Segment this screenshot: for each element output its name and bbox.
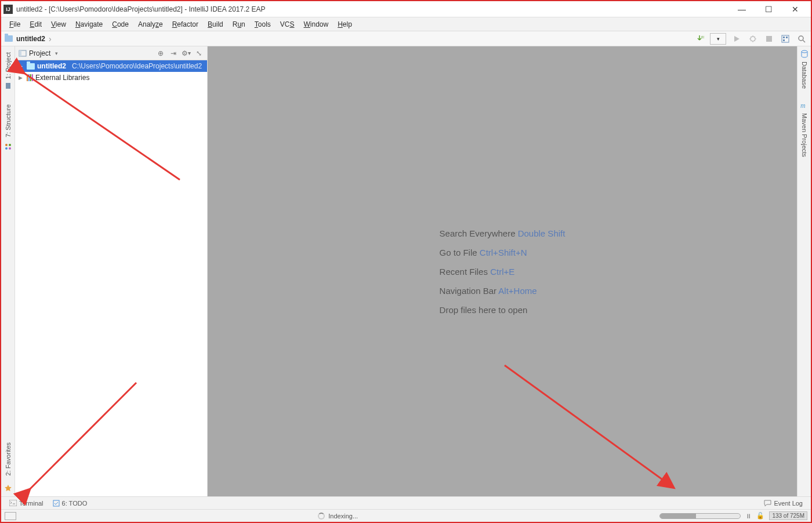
menu-file[interactable]: File: [5, 19, 25, 30]
menu-build[interactable]: Build: [203, 19, 228, 30]
tool-todo-label: 6: TODO: [62, 500, 88, 507]
svg-point-15: [802, 50, 807, 53]
tool-todo[interactable]: 6: TODO: [48, 500, 92, 507]
todo-icon: [53, 500, 60, 507]
svg-point-7: [799, 36, 803, 41]
menu-tools[interactable]: Tools: [250, 19, 276, 30]
hint-label: Go to File: [440, 248, 477, 257]
hint-row: Search Everywhere Double Shift: [440, 228, 566, 238]
memory-indicator[interactable]: 133 of 725M: [769, 511, 807, 520]
menu-code[interactable]: Code: [107, 19, 133, 30]
terminal-icon: [9, 500, 17, 506]
database-icon: [800, 50, 809, 58]
menu-view[interactable]: View: [46, 19, 71, 30]
editor-placeholder[interactable]: Search Everywhere Double Shift Go to Fil…: [208, 46, 797, 496]
expand-arrow-icon[interactable]: ▶: [19, 75, 24, 81]
hint-row: Drop files here to open: [440, 305, 566, 315]
debug-icon[interactable]: [747, 33, 759, 45]
svg-rect-4: [783, 37, 785, 38]
menu-navigate[interactable]: Navigate: [71, 19, 107, 30]
progress-fill: [660, 514, 696, 518]
tree-root[interactable]: ▶ untitled2 C:\Users\Pomodoro\IdeaProjec…: [15, 60, 207, 72]
chevron-right-icon: ›: [49, 34, 52, 43]
bottom-tool-bar: Terminal 6: TODO Event Log: [1, 496, 811, 509]
svg-point-12: [9, 147, 11, 150]
toggle-toolwindows-icon[interactable]: [5, 512, 16, 520]
hint-label: Recent Files: [440, 267, 488, 277]
tool-event-log[interactable]: Event Log: [759, 500, 807, 507]
tool-structure[interactable]: 7: Structure: [5, 101, 12, 141]
project-tree[interactable]: ▶ untitled2 C:\Users\Pomodoro\IdeaProjec…: [15, 60, 207, 496]
hint-row: Navigation Bar Alt+Home: [440, 286, 566, 296]
tree-root-path: C:\Users\Pomodoro\IdeaProjects\untitled2: [72, 62, 202, 70]
menu-edit[interactable]: Edit: [25, 19, 46, 30]
left-tool-strip: 1: Project 7: Structure 2: Favorites: [1, 46, 15, 496]
lock-icon[interactable]: 🔓: [756, 512, 764, 520]
locate-icon[interactable]: ⊕: [156, 49, 165, 57]
bookmark-icon: [5, 82, 12, 89]
tool-database[interactable]: Database: [801, 58, 808, 92]
svg-point-10: [9, 144, 11, 146]
progress-bar: [659, 513, 741, 519]
window-title: untitled2 - [C:\Users\Pomodoro\IdeaProje…: [16, 5, 728, 13]
tree-external-libraries-label: External Libraries: [35, 74, 89, 82]
right-tool-strip: Database m Maven Projects: [797, 46, 811, 496]
navigation-bar: untitled2 › 01 ▾: [1, 31, 811, 46]
breadcrumb-root[interactable]: untitled2: [14, 35, 48, 43]
close-button[interactable]: ✕: [782, 1, 809, 17]
library-icon: [27, 74, 33, 81]
minimize-button[interactable]: —: [728, 1, 755, 17]
tool-favorites[interactable]: 2: Favorites: [5, 439, 12, 479]
menu-run[interactable]: Run: [228, 19, 250, 30]
pause-icon[interactable]: ⏸: [745, 513, 752, 520]
tool-project[interactable]: 1: Project: [5, 49, 12, 82]
menu-vcs[interactable]: VCS: [276, 19, 299, 30]
hint-row: Go to File Ctrl+Shift+N: [440, 248, 566, 257]
status-task: Indexing...: [328, 513, 358, 520]
menu-window[interactable]: Window: [299, 19, 333, 30]
svg-text:01: 01: [701, 35, 704, 39]
project-panel-header: Project ▾ ⊕ ⇥ ⚙▾ ⤡: [15, 46, 207, 60]
folder-icon: [5, 35, 13, 42]
svg-rect-2: [766, 36, 772, 42]
structure-icon: [5, 143, 12, 150]
expand-arrow-icon[interactable]: ▶: [19, 63, 24, 69]
menu-help[interactable]: Help: [333, 19, 357, 30]
svg-rect-6: [783, 39, 785, 41]
window-buttons: — ☐ ✕: [728, 1, 809, 17]
collapse-icon[interactable]: ⇥: [169, 49, 178, 57]
hint-label: Search Everywhere: [440, 228, 516, 238]
run-icon[interactable]: [731, 33, 742, 45]
editor-hints: Search Everywhere Double Shift Go to Fil…: [440, 228, 566, 315]
maven-icon: m: [800, 101, 809, 110]
star-icon: [5, 485, 12, 492]
gear-icon[interactable]: ⚙▾: [182, 49, 191, 57]
menu-refactor[interactable]: Refactor: [168, 19, 203, 30]
svg-rect-18: [53, 500, 59, 506]
svg-point-11: [5, 147, 8, 150]
tool-terminal-label: Terminal: [19, 500, 44, 507]
download-icon[interactable]: 01: [694, 33, 705, 45]
search-icon[interactable]: [796, 33, 807, 45]
svg-rect-5: [786, 37, 788, 38]
dropdown-icon[interactable]: ▾: [55, 50, 58, 56]
hint-key: Ctrl+E: [490, 267, 514, 277]
tool-maven[interactable]: Maven Projects: [801, 110, 808, 161]
tool-terminal[interactable]: Terminal: [5, 500, 48, 507]
title-bar: IJ untitled2 - [C:\Users\Pomodoro\IdeaPr…: [1, 1, 811, 17]
svg-rect-17: [9, 500, 17, 506]
stop-icon[interactable]: [763, 33, 775, 45]
menu-analyze[interactable]: Analyze: [133, 19, 168, 30]
svg-rect-3: [782, 35, 789, 42]
svg-rect-14: [19, 50, 21, 56]
menu-bar: File Edit View Navigate Code Analyze Ref…: [1, 17, 811, 31]
tree-external-libraries[interactable]: ▶ External Libraries: [15, 72, 207, 83]
hint-key: Ctrl+Shift+N: [480, 248, 527, 257]
hide-icon[interactable]: ⤡: [194, 49, 204, 57]
project-structure-icon[interactable]: [780, 33, 791, 45]
run-config-dropdown[interactable]: ▾: [710, 33, 726, 45]
main-area: 1: Project 7: Structure 2: Favorites Pro…: [1, 46, 811, 496]
maximize-button[interactable]: ☐: [755, 1, 782, 17]
tool-event-log-label: Event Log: [774, 500, 803, 507]
hint-key: Double Shift: [518, 228, 566, 238]
